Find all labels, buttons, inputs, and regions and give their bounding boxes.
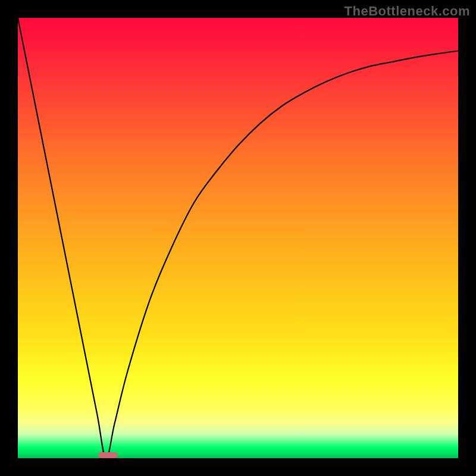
watermark-text: TheBottleneck.com: [345, 4, 470, 19]
bottom-marker: [98, 452, 118, 458]
plot-area: [18, 18, 458, 458]
